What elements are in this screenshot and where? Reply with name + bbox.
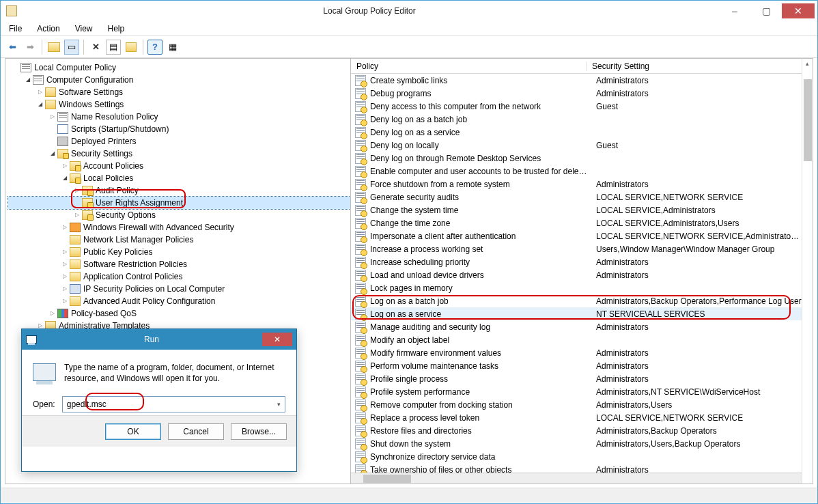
run-cancel-button[interactable]: Cancel <box>168 423 224 440</box>
show-hide-tree-button[interactable]: ▭ <box>64 40 79 55</box>
tree-expand-arrow[interactable] <box>74 208 81 221</box>
run-browse-button[interactable]: Browse... <box>231 423 287 440</box>
table-row[interactable]: Debug programsAdministrators <box>351 87 802 100</box>
tree-item[interactable]: Scripts (Startup/Shutdown) <box>8 123 350 135</box>
tree-expand-arrow[interactable] <box>74 184 81 197</box>
tree-item[interactable]: Name Resolution Policy <box>8 111 350 123</box>
maximize-button[interactable]: ▢ <box>750 3 782 18</box>
table-row[interactable]: Remove computer from docking stationAdmi… <box>351 398 802 411</box>
up-button[interactable] <box>46 40 61 55</box>
properties-button[interactable]: ▤ <box>106 40 121 55</box>
table-row[interactable]: Log on as a serviceNT SERVICE\ALL SERVIC… <box>351 307 802 320</box>
table-row[interactable]: Generate security auditsLOCAL SERVICE,NE… <box>351 191 802 204</box>
tree-item[interactable]: Security Settings <box>8 148 350 160</box>
tree-expand-arrow[interactable] <box>49 110 56 123</box>
table-row[interactable]: Restore files and directoriesAdministrat… <box>351 424 802 437</box>
tree-expand-arrow[interactable] <box>61 159 68 172</box>
tree-item[interactable]: Application Control Policies <box>8 270 350 283</box>
run-close-button[interactable]: ✕ <box>262 333 292 346</box>
table-row[interactable]: Deny access to this computer from the ne… <box>351 100 802 113</box>
tree-expand-arrow[interactable] <box>25 73 31 86</box>
table-row[interactable]: Modify firmware environment valuesAdmini… <box>351 346 802 359</box>
tree-expand-arrow[interactable] <box>37 85 44 98</box>
back-button[interactable]: ⬅ <box>5 40 20 55</box>
tree-item[interactable]: Security Options <box>8 209 350 221</box>
table-row[interactable]: Log on as a batch jobAdministrators,Back… <box>351 294 802 307</box>
refresh-button[interactable]: ▦ <box>165 40 180 55</box>
chevron-down-icon[interactable]: ▾ <box>277 401 281 408</box>
tree-item[interactable]: User Rights Assignment <box>8 197 350 209</box>
tree-expand-arrow[interactable] <box>61 282 68 295</box>
table-row[interactable]: Shut down the systemAdministrators,Users… <box>351 437 802 450</box>
table-row[interactable]: Enable computer and user accounts to be … <box>351 165 802 178</box>
export-button[interactable] <box>124 40 139 55</box>
table-row[interactable]: Force shutdown from a remote systemAdmin… <box>351 178 802 191</box>
table-row[interactable]: Perform volume maintenance tasksAdminist… <box>351 359 802 372</box>
tree-item[interactable]: Windows Firewall with Advanced Security <box>8 221 350 234</box>
table-row[interactable]: Change the system timeLOCAL SERVICE,Admi… <box>351 204 802 216</box>
tree-item[interactable]: Software Restriction Policies <box>8 258 350 270</box>
table-row[interactable]: Manage auditing and security logAdminist… <box>351 320 802 333</box>
run-open-combobox[interactable]: gpedit.msc ▾ <box>62 396 285 412</box>
tree-item[interactable]: Software Settings <box>8 86 350 98</box>
tree-expand-arrow[interactable] <box>49 307 56 320</box>
run-titlebar[interactable]: Run ✕ <box>22 329 296 350</box>
table-row[interactable]: Deny log on through Remote Desktop Servi… <box>351 152 802 165</box>
list-body[interactable]: Create symbolic linksAdministratorsDebug… <box>351 74 802 473</box>
minimize-button[interactable]: – <box>719 3 750 18</box>
tree-item[interactable]: Account Policies <box>8 160 350 172</box>
table-row[interactable]: Load and unload device driversAdministra… <box>351 268 802 281</box>
security-setting-value: Administrators,Backup Operators,Performa… <box>591 296 802 306</box>
table-row[interactable]: Take ownership of files or other objects… <box>351 463 802 473</box>
close-button[interactable]: ✕ <box>782 3 815 18</box>
menu-file[interactable]: File <box>5 23 26 35</box>
table-row[interactable]: Replace a process level tokenLOCAL SERVI… <box>351 411 802 424</box>
table-row[interactable]: Deny log on locallyGuest <box>351 139 802 152</box>
tree-item[interactable]: Local Policies <box>8 172 350 184</box>
tree-expand-arrow[interactable] <box>61 257 68 270</box>
table-row[interactable]: Lock pages in memory <box>351 281 802 294</box>
help-button[interactable]: ? <box>147 40 163 55</box>
tree-item[interactable]: Public Key Policies <box>8 246 350 258</box>
table-row[interactable]: Increase scheduling priorityAdministrato… <box>351 255 802 268</box>
table-row[interactable]: Modify an object label <box>351 333 802 346</box>
tree-expand-arrow[interactable] <box>61 245 68 258</box>
tree-expand-arrow[interactable] <box>37 98 44 111</box>
list-header[interactable]: Policy Security Setting <box>351 59 802 74</box>
table-row[interactable]: Change the time zoneLOCAL SERVICE,Admini… <box>351 216 802 229</box>
forward-button[interactable]: ➡ <box>23 40 38 55</box>
tree-expand-arrow[interactable] <box>61 221 68 234</box>
table-row[interactable]: Deny log on as a service <box>351 126 802 139</box>
tree-expand-arrow[interactable] <box>61 171 68 184</box>
delete-button[interactable]: ✕ <box>88 40 103 55</box>
table-row[interactable]: Impersonate a client after authenticatio… <box>351 229 802 242</box>
table-row[interactable]: Profile system performanceAdministrators… <box>351 385 802 398</box>
column-security-setting[interactable]: Security Setting <box>587 61 802 71</box>
vertical-scrollbar[interactable]: ▴ <box>802 59 813 484</box>
tree-item[interactable]: Computer Configuration <box>8 74 350 86</box>
tree-item[interactable]: Deployed Printers <box>8 135 350 148</box>
table-row[interactable]: Synchronize directory service data <box>351 450 802 463</box>
tree-item[interactable]: Windows Settings <box>8 98 350 111</box>
tree-expand-arrow[interactable] <box>61 294 68 307</box>
security-setting-value: LOCAL SERVICE,Administrators,Users <box>591 219 802 228</box>
tree-item[interactable]: Policy-based QoS <box>8 307 350 320</box>
table-row[interactable]: Create symbolic linksAdministrators <box>351 74 802 87</box>
tree-item[interactable]: Advanced Audit Policy Configuration <box>8 295 350 307</box>
tree-item[interactable]: Local Computer Policy <box>8 61 350 74</box>
tree-item[interactable]: Network List Manager Policies <box>8 234 350 246</box>
tree-item[interactable]: Audit Policy <box>8 184 350 197</box>
toolbar: ⬅ ➡ ▭ ✕ ▤ ? ▦ <box>1 36 817 58</box>
tree-item[interactable]: IP Security Policies on Local Computer <box>8 283 350 295</box>
table-row[interactable]: Profile single processAdministrators <box>351 372 802 385</box>
tree-expand-arrow[interactable] <box>49 147 56 160</box>
menu-action[interactable]: Action <box>33 23 64 35</box>
menu-view[interactable]: View <box>71 23 97 35</box>
tree-expand-arrow[interactable] <box>61 270 68 283</box>
horizontal-scrollbar[interactable] <box>351 473 802 484</box>
table-row[interactable]: Deny log on as a batch job <box>351 113 802 126</box>
table-row[interactable]: Increase a process working setUsers,Wind… <box>351 242 802 255</box>
menu-help[interactable]: Help <box>104 23 129 35</box>
column-policy[interactable]: Policy <box>351 61 587 71</box>
run-ok-button[interactable]: OK <box>105 423 161 440</box>
